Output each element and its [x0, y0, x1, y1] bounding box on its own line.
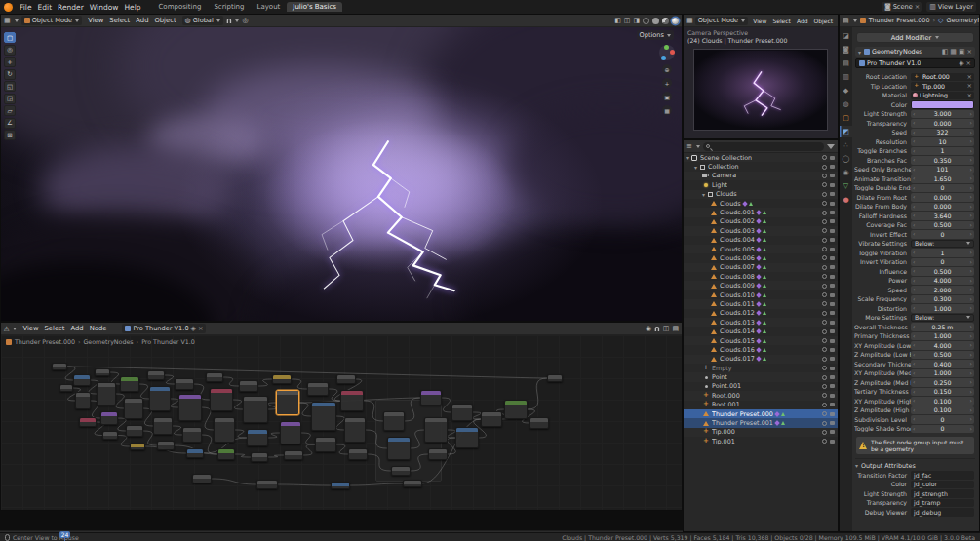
field-tip-location[interactable]: Tip.000× — [911, 82, 974, 91]
node-menu-select[interactable]: Select — [42, 325, 68, 332]
clear-icon[interactable]: × — [967, 93, 972, 99]
node[interactable] — [529, 417, 549, 429]
field-animate-transition[interactable]: 1.650 — [911, 174, 974, 183]
disable-render-toggle[interactable] — [830, 375, 835, 379]
topbar-menu-edit[interactable]: Edit — [35, 3, 56, 12]
outliner-item-clouds-005[interactable]: Clouds.005 — [684, 245, 838, 253]
outliner-item-light[interactable]: Light — [684, 180, 838, 189]
node[interactable] — [206, 372, 223, 382]
properties-tab-view-layer[interactable]: ▥ — [840, 71, 852, 83]
unlink-icon[interactable]: × — [966, 60, 971, 67]
disable-render-toggle[interactable] — [830, 229, 835, 233]
tool-add-primitive[interactable]: ⊞ — [4, 130, 16, 140]
node[interactable] — [428, 448, 448, 460]
hide-viewport-toggle[interactable] — [822, 357, 827, 362]
disable-render-toggle[interactable] — [830, 348, 835, 352]
hide-viewport-toggle[interactable] — [822, 347, 827, 352]
hide-viewport-toggle[interactable] — [822, 284, 827, 289]
field-toggle-double-ends-m[interactable]: 0 — [911, 184, 974, 193]
field-xy-amplitude-med-f[interactable]: 1.000 — [911, 369, 974, 378]
zoom-icon[interactable]: ⊕ — [662, 64, 672, 74]
node[interactable] — [348, 448, 368, 460]
disable-render-toggle[interactable] — [830, 302, 835, 306]
field-branches-fac[interactable]: 0.350 — [911, 156, 974, 165]
field-primary-thickness-fac[interactable]: 1.000 — [911, 332, 974, 341]
editor-type-icon[interactable]: ▤ — [843, 17, 849, 24]
editor-type-icon[interactable]: ◬ — [4, 325, 9, 332]
field-resolution[interactable]: 10 — [911, 137, 974, 146]
tool-measure[interactable]: ∠ — [4, 118, 16, 129]
outliner-item-clouds-013[interactable]: Clouds.013 — [684, 318, 838, 327]
disable-render-toggle[interactable] — [830, 202, 835, 206]
outliner-item-clouds-003[interactable]: Clouds.003 — [684, 226, 838, 235]
camera-canvas[interactable]: Camera Perspective (24) Clouds | Thunder… — [684, 27, 838, 138]
outliner-item-clouds-016[interactable]: Clouds.016 — [684, 345, 838, 354]
unlink-node-group-icon[interactable]: × — [198, 326, 203, 332]
node-menu-node[interactable]: Node — [87, 325, 110, 332]
topbar-menu-render[interactable]: Render — [55, 3, 87, 12]
field-influence[interactable]: 0.500 — [911, 267, 974, 276]
expand-icon[interactable]: ▾ — [702, 191, 705, 198]
disable-render-toggle[interactable] — [830, 256, 835, 260]
node[interactable] — [239, 380, 258, 392]
hide-viewport-toggle[interactable] — [822, 238, 827, 243]
disable-render-toggle[interactable] — [830, 339, 835, 343]
breadcrumb-object[interactable]: Thunder Preset.000 — [869, 17, 930, 24]
node[interactable] — [210, 388, 233, 411]
node[interactable] — [157, 441, 175, 450]
viewport-menu-object[interactable]: Object — [151, 17, 178, 24]
hide-viewport-toggle[interactable] — [822, 165, 827, 170]
node[interactable] — [192, 474, 212, 483]
node[interactable] — [147, 370, 165, 380]
disable-render-toggle[interactable] — [830, 238, 835, 242]
node[interactable] — [149, 386, 171, 411]
expand-icon[interactable]: ▾ — [858, 49, 861, 56]
blender-logo-icon[interactable] — [4, 3, 13, 12]
node[interactable] — [130, 443, 145, 450]
hide-viewport-toggle[interactable] — [822, 375, 827, 380]
properties-tab-tool[interactable]: ◪ — [840, 30, 852, 42]
disable-render-toggle[interactable] — [830, 293, 835, 297]
outliner-item-clouds-001[interactable]: Clouds.001 — [684, 208, 838, 216]
disable-render-toggle[interactable] — [830, 156, 835, 160]
field-invert-vibration[interactable]: 0 — [911, 258, 974, 267]
tool-move[interactable]: + — [4, 57, 16, 67]
hide-viewport-toggle[interactable] — [822, 265, 827, 270]
disable-render-toggle[interactable] — [830, 394, 835, 398]
transform-orientation[interactable]: ◍Global — [182, 16, 223, 25]
hide-viewport-toggle[interactable] — [822, 393, 827, 398]
disable-render-toggle[interactable] — [830, 165, 835, 169]
disable-render-toggle[interactable] — [830, 265, 835, 269]
disable-render-toggle[interactable] — [830, 367, 835, 370]
disable-render-toggle[interactable] — [830, 321, 835, 325]
hide-viewport-toggle[interactable] — [822, 211, 827, 215]
field-transparency[interactable]: 0.000 — [911, 119, 974, 128]
remove-modifier-icon[interactable]: × — [967, 49, 972, 56]
add-modifier-button[interactable]: Add Modifier — [856, 32, 974, 43]
hide-viewport-toggle[interactable] — [822, 366, 827, 370]
node[interactable] — [59, 384, 73, 392]
breadcrumb-modifier[interactable]: GeometryNodes — [946, 17, 979, 24]
disable-render-toggle[interactable] — [830, 311, 835, 315]
outliner-item-clouds-002[interactable]: Clouds.002 — [684, 217, 838, 226]
fake-user-icon[interactable]: ◈ — [959, 59, 963, 67]
node[interactable] — [272, 374, 292, 384]
disable-render-toggle[interactable] — [830, 183, 835, 187]
pin-icon[interactable]: ◉ — [646, 325, 651, 332]
outliner-item-clouds-010[interactable]: Clouds.010 — [684, 290, 838, 299]
field-material[interactable]: Lightning× — [911, 92, 974, 100]
node[interactable] — [100, 411, 118, 425]
outliner-item-root-000[interactable]: Root.000 — [684, 391, 838, 400]
properties-tab-modifiers[interactable]: ◩ — [840, 126, 852, 137]
field-scale-frequency[interactable]: 0.300 — [911, 295, 974, 304]
topbar-menu-window[interactable]: Window — [87, 3, 122, 12]
field-toggle-branches[interactable]: 1 — [911, 147, 974, 156]
playhead[interactable]: 24 — [58, 531, 71, 541]
outliner-item-clouds-012[interactable]: Clouds.012 — [684, 309, 838, 318]
outliner-item-clouds[interactable]: ▾Clouds — [684, 190, 838, 199]
show-gizmo-icon[interactable]: ◧ — [614, 17, 621, 24]
node[interactable] — [186, 448, 204, 458]
properties-tab-output[interactable]: ▤ — [840, 58, 852, 69]
node[interactable] — [383, 411, 405, 431]
outliner-item-clouds[interactable]: Clouds — [684, 199, 838, 208]
